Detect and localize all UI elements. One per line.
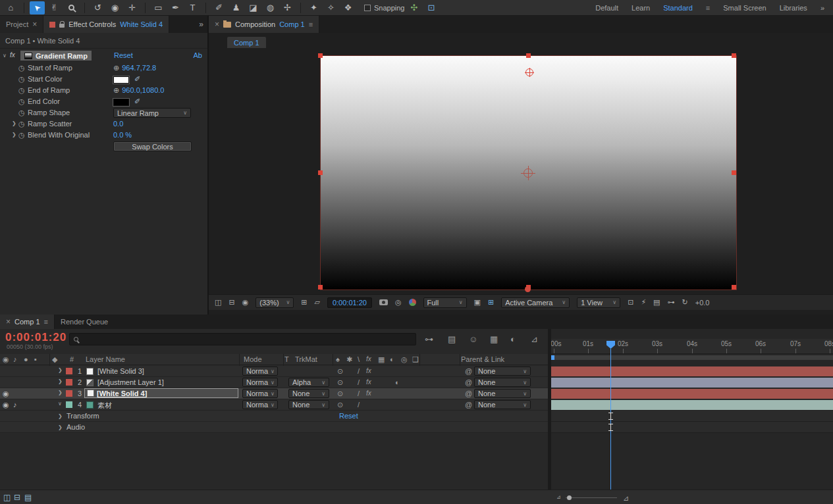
timeline-search-field[interactable] xyxy=(69,333,416,345)
time-ruler[interactable]: :00s 01s 02s 03s 04s 05s 06s 07s 08s xyxy=(551,339,833,354)
stopwatch-icon[interactable]: ◷ xyxy=(18,97,25,106)
video-toggle-eye-icon[interactable]: ◉ xyxy=(3,390,9,398)
timeline-track-pane[interactable]: :00s 01s 02s 03s 04s 05s 06s 07s 08s xyxy=(551,329,833,490)
hide-shy-layers-icon[interactable]: ☺ xyxy=(469,334,477,344)
grid-guides-icon[interactable]: ⊞ xyxy=(301,298,307,307)
type-tool-button[interactable]: T xyxy=(185,1,200,14)
quality-switch[interactable]: / xyxy=(358,367,360,375)
snapping-toggle[interactable]: Snapping xyxy=(364,4,405,12)
transform-group-label[interactable]: Transform xyxy=(67,412,99,420)
expand-layer-switches-button[interactable]: ◫ xyxy=(3,493,11,502)
selection-handle[interactable] xyxy=(318,285,323,290)
label-color-chip[interactable] xyxy=(66,390,72,397)
snap-to-features-icon[interactable]: ⊡ xyxy=(424,1,439,14)
number-column-header[interactable]: # xyxy=(70,355,74,363)
transform-reset-link[interactable]: Reset xyxy=(339,412,358,420)
expand-in-out-button[interactable]: ▤ xyxy=(24,493,32,502)
fx-switch[interactable]: fx xyxy=(366,378,371,386)
audio-group-label[interactable]: Audio xyxy=(67,423,85,431)
mini-flowchart-icon[interactable]: ⊶ xyxy=(425,334,433,344)
workspace-menu-icon[interactable]: ≡ xyxy=(706,4,710,12)
always-preview-icon[interactable]: ◫ xyxy=(215,298,221,307)
fx-badge-icon[interactable]: fx xyxy=(10,51,15,59)
home-button[interactable]: ⌂ xyxy=(3,1,18,14)
view-eye-icon[interactable]: ◉ xyxy=(242,298,249,307)
parent-link-column-header[interactable]: Parent & Link xyxy=(461,355,504,363)
panel-menu-icon[interactable]: ≡ xyxy=(44,318,48,326)
view-layout-dropdown[interactable]: 1 View∨ xyxy=(577,297,620,308)
property-expander[interactable]: ❯ xyxy=(12,132,16,138)
group-expander[interactable]: ❯ xyxy=(58,424,63,430)
pick-whip-icon[interactable]: @ xyxy=(465,401,472,409)
panel-menu-icon[interactable]: ≡ xyxy=(309,20,313,28)
point-control-icon[interactable]: ⊕ xyxy=(113,64,119,72)
fast-previews-icon[interactable]: ⚡ xyxy=(641,298,646,307)
layer-expander[interactable]: ❯ xyxy=(58,367,63,373)
layer-name-column-header[interactable]: Layer Name xyxy=(86,355,125,363)
layer-duration-bar-4[interactable] xyxy=(551,400,833,410)
more-workspaces-icon[interactable]: » xyxy=(820,4,824,12)
preview-timecode[interactable]: 0:00:01:20 xyxy=(327,297,372,308)
close-icon[interactable]: × xyxy=(215,20,219,29)
quality-switch[interactable]: / xyxy=(358,378,360,386)
selection-handle[interactable] xyxy=(732,285,736,290)
mask-visibility-icon[interactable]: ▱ xyxy=(314,298,319,307)
layer-expander[interactable]: ❯ xyxy=(58,390,63,395)
puppet-pin-tool-button[interactable]: ✢ xyxy=(280,1,295,14)
layer-expander-expanded[interactable]: ∨ xyxy=(58,401,62,407)
stopwatch-icon[interactable]: ◷ xyxy=(18,75,25,84)
eraser-tool-button[interactable]: ◪ xyxy=(246,1,261,14)
point-control-icon[interactable]: ⊕ xyxy=(113,86,119,94)
layer-duration-bar-3[interactable] xyxy=(551,389,833,399)
layer-row-1[interactable]: ❯ 1 [White Solid 3] Norma∨ ⊙ / fx @ None… xyxy=(0,366,548,377)
pan-behind-tool-button[interactable]: ✛ xyxy=(124,1,140,14)
pixel-aspect-icon[interactable]: ⊡ xyxy=(628,298,633,307)
timeline-button-icon[interactable]: ▤ xyxy=(653,298,660,307)
graph-editor-icon[interactable]: ⊿ xyxy=(531,334,538,344)
ramp-scatter-value[interactable]: 0.0 xyxy=(113,120,123,128)
blend-mode-dropdown[interactable]: Norma∨ xyxy=(242,400,278,409)
hand-tool-button[interactable]: ✌ xyxy=(47,1,62,14)
snap-options-icon[interactable]: ✣ xyxy=(407,1,422,14)
snapping-checkbox[interactable] xyxy=(364,5,371,11)
trkmat-dropdown[interactable]: Alpha∨ xyxy=(288,378,329,387)
audio-toggle-icon[interactable]: ♪ xyxy=(13,401,17,409)
workspace-learn[interactable]: Learn xyxy=(631,4,650,12)
selection-handle[interactable] xyxy=(318,53,323,58)
work-area-start-marker[interactable] xyxy=(551,355,554,360)
layer-duration-bar-1[interactable] xyxy=(551,366,833,376)
tab-timeline-comp1[interactable]: × Comp 1 ≡ xyxy=(0,315,55,329)
timeline-zoom-slider[interactable]: ⊿ ⊿ xyxy=(556,495,629,501)
composition-breadcrumb[interactable]: Comp 1 xyxy=(227,37,266,48)
selection-handle[interactable] xyxy=(318,170,323,175)
adjustment-layer-switch[interactable]: ◐ xyxy=(395,378,400,386)
quality-switch[interactable]: / xyxy=(358,401,360,409)
blend-mode-dropdown[interactable]: Norma∨ xyxy=(242,366,278,376)
search-input[interactable] xyxy=(82,336,412,343)
fx-switch[interactable]: fx xyxy=(366,390,371,397)
current-time-display[interactable]: 0:00:01:20 xyxy=(5,331,67,344)
parent-dropdown[interactable]: None∨ xyxy=(474,378,531,387)
primary-viewer-icon[interactable]: ⊟ xyxy=(228,298,234,307)
frame-blending-icon[interactable]: ▦ xyxy=(490,334,498,344)
zoom-slider-handle[interactable] xyxy=(567,495,572,500)
selected-layer-name-box[interactable]: [White Solid 4] xyxy=(84,388,238,398)
transform-group-row[interactable]: ❯ Transform Reset xyxy=(0,411,548,422)
end-color-swatch[interactable] xyxy=(113,99,129,106)
tab-project[interactable]: Project × xyxy=(0,16,43,33)
stopwatch-icon[interactable]: ◷ xyxy=(18,86,25,95)
exposure-value[interactable]: +0.0 xyxy=(695,299,710,307)
zoom-in-icon[interactable]: ⊿ xyxy=(623,494,629,503)
active-camera-dropdown[interactable]: Active Camera∨ xyxy=(501,297,570,308)
video-toggle-eye-icon[interactable]: ◉ xyxy=(3,401,9,409)
stopwatch-icon[interactable]: ◷ xyxy=(18,64,25,72)
camera-tool-button[interactable]: ◉ xyxy=(107,1,122,14)
collapse-switch[interactable]: ⊙ xyxy=(337,401,343,409)
parent-dropdown[interactable]: None∨ xyxy=(474,366,531,376)
close-icon[interactable]: × xyxy=(32,20,37,29)
swap-colors-button[interactable]: Swap Colors xyxy=(113,141,192,151)
label-color-chip[interactable] xyxy=(66,379,72,386)
layer-name[interactable]: [Adjustment Layer 1] xyxy=(97,378,164,386)
pick-whip-icon[interactable]: @ xyxy=(465,390,472,397)
collapse-switch[interactable]: ⊙ xyxy=(337,378,343,387)
